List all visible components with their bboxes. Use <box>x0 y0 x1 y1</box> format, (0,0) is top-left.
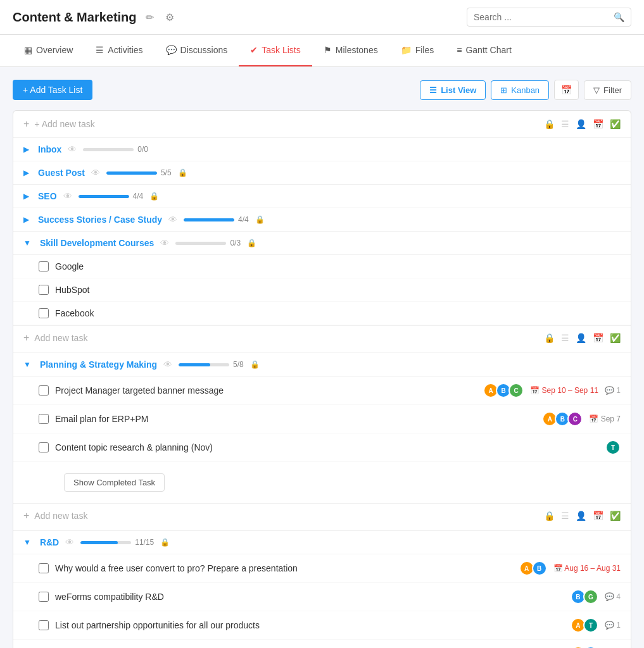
planning-show-completed-btn[interactable]: Show Completed Task <box>64 473 165 492</box>
guestpost-name[interactable]: Guest Post <box>38 168 85 178</box>
skilldev-eye-icon: 👁 <box>160 238 169 248</box>
guestpost-chevron[interactable]: ▶ <box>23 168 29 177</box>
tab-milestones[interactable]: ⚑ Milestones <box>312 35 389 66</box>
skilldev-chevron[interactable]: ▼ <box>23 239 31 247</box>
task-item: Content topic research & planning (Nov) … <box>13 433 631 462</box>
seo-eye-icon: 👁 <box>63 191 72 201</box>
guestpost-lock-icon: 🔒 <box>178 168 187 177</box>
seo-progress: 4/4 <box>79 192 144 201</box>
tasklist-rnd-header: ▼ R&D 👁 11/15 🔒 <box>13 530 631 554</box>
list-icon: ☰ <box>561 119 569 129</box>
tab-milestones-label: Milestones <box>336 45 378 55</box>
edit-button[interactable]: ✏ <box>143 9 156 26</box>
search-icon: 🔍 <box>614 12 624 22</box>
avatar: T <box>605 440 621 455</box>
task-checkbox-google[interactable] <box>39 261 49 271</box>
skilldev-progress: 0/3 <box>175 239 241 247</box>
tab-files-label: Files <box>415 45 434 55</box>
seo-chevron[interactable]: ▶ <box>23 192 29 201</box>
tab-activities-label: Activities <box>108 45 142 55</box>
list-view-icon: ☰ <box>429 85 437 95</box>
task-item: Project Manager targeted banner message … <box>13 377 631 405</box>
add-tasklist-button[interactable]: + Add Task List <box>13 80 92 100</box>
cal-icon2: 📅 <box>593 333 603 343</box>
success-progress: 4/4 <box>184 215 249 224</box>
task-avatars-content: T <box>608 440 621 455</box>
task-checkbox-free-user[interactable] <box>39 563 49 573</box>
task-checkbox-hubspot[interactable] <box>39 285 49 295</box>
task-item: Google <box>13 255 631 278</box>
tab-task-lists[interactable]: ✔ Task Lists <box>239 35 312 66</box>
tab-discussions[interactable]: 💬 Discussions <box>155 35 239 66</box>
task-avatars-email: A B C <box>545 411 583 427</box>
inbox-chevron[interactable]: ▶ <box>23 145 29 154</box>
discussions-icon: 💬 <box>166 45 177 55</box>
tasklist-guestpost-header: ▶ Guest Post 👁 5/5 🔒 <box>13 161 631 185</box>
planning-name[interactable]: Planning & Strategy Making <box>40 359 157 370</box>
task-date-free-user: 📅 Aug 16 – Aug 31 <box>553 564 621 573</box>
task-name-weforms: weForms compatibility R&D <box>55 592 567 602</box>
planning-progress-text: 5/8 <box>233 360 244 369</box>
task-date-banner: 📅 Sep 10 – Sep 11 <box>530 386 598 395</box>
add-tasklist-label: + Add Task List <box>23 85 82 95</box>
task-checkbox-weforms[interactable] <box>39 592 49 602</box>
skilldev-plus-icon: + <box>23 332 29 344</box>
inbox-progress: 0/0 <box>83 145 148 154</box>
tab-overview-label: Overview <box>36 45 73 55</box>
tab-files[interactable]: 📁 Files <box>389 35 446 66</box>
task-checkbox-email[interactable] <box>39 414 49 424</box>
tab-tasklists-label: Task Lists <box>262 45 300 55</box>
planning-row-icons: 🔒 ☰ 👤 📅 ✅ <box>544 511 621 521</box>
check-icon: ✅ <box>610 119 621 129</box>
planning-add-task-text: Add new task <box>34 511 87 521</box>
skilldev-name[interactable]: Skill Development Courses <box>40 238 155 248</box>
kanban-button[interactable]: ⊞ Kanban <box>491 80 549 100</box>
plus-icon: + <box>23 118 29 130</box>
task-checkbox-partnership[interactable] <box>39 620 49 630</box>
planning-chevron[interactable]: ▼ <box>23 360 31 369</box>
task-checkbox-content[interactable] <box>39 442 49 452</box>
global-add-task-row[interactable]: + + Add new task 🔒 ☰ 👤 📅 ✅ <box>13 111 631 138</box>
planning-progress: 5/8 <box>179 360 244 369</box>
tab-gantt[interactable]: ≡ Gantt Chart <box>445 35 523 66</box>
task-name-partnership: List out partnership opportunities for a… <box>55 620 567 630</box>
tasklist-skilldev-header: ▼ Skill Development Courses 👁 0/3 🔒 <box>13 232 631 255</box>
task-date-email: 📅 Sep 7 <box>589 414 621 423</box>
task-name-google: Google <box>55 261 621 271</box>
skilldev-add-task-row[interactable]: + Add new task 🔒 ☰ 👤 📅 ✅ <box>13 325 631 350</box>
skilldev-row-icons: 🔒 ☰ 👤 📅 ✅ <box>544 333 621 343</box>
success-eye-icon: 👁 <box>168 215 177 225</box>
inbox-name[interactable]: Inbox <box>38 144 61 154</box>
planning-add-task-row[interactable]: + Add new task 🔒 ☰ 👤 📅 ✅ <box>13 503 631 528</box>
add-task-text: + Add new task <box>34 119 94 129</box>
task-name-banner: Project Manager targeted banner message <box>55 385 479 396</box>
settings-button[interactable]: ⚙ <box>163 9 177 26</box>
task-name-free-user: Why would a free user convert to pro? Pr… <box>55 563 515 573</box>
task-avatars-banner: A B C <box>486 383 524 398</box>
avatar: T <box>583 618 598 633</box>
search-input[interactable] <box>474 12 614 22</box>
avatar: G <box>583 589 598 604</box>
cal-icon: 📅 <box>593 119 603 129</box>
tab-activities[interactable]: ☰ Activities <box>84 35 154 66</box>
skilldev-progress-text: 0/3 <box>230 239 241 247</box>
planning-eye-icon: 👁 <box>163 359 172 370</box>
filter-button[interactable]: ▽ Filter <box>584 80 631 100</box>
rnd-name[interactable]: R&D <box>40 537 59 547</box>
calendar-view-button[interactable]: 📅 <box>554 80 579 100</box>
rnd-chevron[interactable]: ▼ <box>23 538 31 547</box>
success-chevron[interactable]: ▶ <box>23 215 29 224</box>
task-checkbox-banner[interactable] <box>39 385 49 396</box>
inbox-eye-icon: 👁 <box>68 144 77 154</box>
tab-overview[interactable]: ▦ Overview <box>13 35 84 66</box>
list-view-button[interactable]: ☰ List View <box>420 80 486 100</box>
task-checkbox-facebook[interactable] <box>39 308 49 318</box>
list-icon2: ☰ <box>561 333 569 343</box>
success-name[interactable]: Success Stories / Case Study <box>38 215 162 225</box>
task-item: List out partnership opportunities for a… <box>13 611 631 640</box>
lock-icon3: 🔒 <box>544 511 555 521</box>
seo-name[interactable]: SEO <box>38 191 57 201</box>
tasklist-planning-header: ▼ Planning & Strategy Making 👁 5/8 🔒 <box>13 352 631 377</box>
files-icon: 📁 <box>401 45 412 55</box>
seo-progress-text: 4/4 <box>133 192 144 201</box>
